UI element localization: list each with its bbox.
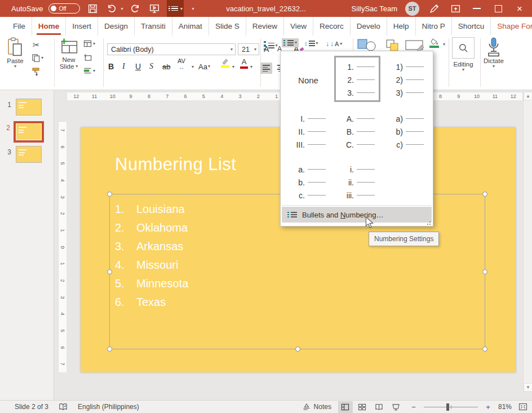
editing-button[interactable]: Editing ▾ — [452, 37, 475, 72]
scroll-down-button[interactable]: ▼ — [524, 383, 532, 392]
inking-button[interactable] — [427, 2, 441, 15]
customize-qat-button[interactable]: ▾ — [192, 6, 194, 11]
tab-insert[interactable]: Insert — [66, 17, 98, 35]
menu-resize-grip[interactable] — [426, 220, 431, 225]
font-size-combo[interactable]: 21▾ — [238, 43, 259, 55]
list-item[interactable]: 5. Minnesota — [115, 274, 188, 293]
tab-file[interactable]: File — [7, 17, 32, 35]
tab-view[interactable]: View — [284, 17, 313, 35]
italic-button[interactable]: I — [122, 60, 125, 73]
line-spacing-button[interactable]: ↕ ▾ — [304, 40, 318, 47]
numbering-option-roman-lower[interactable]: i. ii. iii. — [334, 158, 380, 205]
redo-button[interactable] — [128, 2, 142, 15]
bullets-and-numbering-item[interactable]: Bullets and Numbering… — [282, 207, 432, 223]
font-name-combo[interactable]: Calibri (Body)▾ — [107, 43, 236, 55]
ribbon-display-button[interactable] — [449, 2, 462, 15]
cut-button[interactable]: ✂ — [33, 40, 40, 50]
resize-handle-bottom-mid[interactable] — [295, 347, 300, 352]
avatar[interactable]: ST — [405, 2, 419, 16]
tab-home[interactable]: Home — [32, 17, 66, 35]
save-button[interactable] — [86, 2, 99, 15]
undo-dropdown-caret[interactable]: ▾ — [121, 6, 123, 11]
underline-button[interactable]: U — [135, 60, 141, 73]
tab-nitro[interactable]: Nitro P — [416, 17, 452, 35]
numbering-option-alpha-lower[interactable]: a. b. c. — [285, 158, 331, 205]
copy-button[interactable]: ▾ — [32, 54, 43, 62]
tab-shortcuts[interactable]: Shortcu — [452, 17, 491, 35]
slideshow-view-button[interactable] — [389, 401, 404, 413]
numbering-option-alpha-upper[interactable]: A. B. C. — [334, 108, 380, 154]
text-direction-button[interactable]: ↓↓A ▾ — [326, 40, 342, 48]
zoom-slider[interactable] — [424, 401, 478, 413]
autosave-toggle[interactable]: Off — [48, 3, 80, 14]
section-button[interactable]: ▾ — [83, 67, 95, 74]
maximize-button[interactable] — [491, 2, 505, 15]
qat-numbering-button[interactable]: ▾ — [167, 0, 184, 17]
format-painter-button[interactable] — [32, 67, 41, 76]
slide-2-thumbnail[interactable] — [16, 123, 42, 140]
dictate-button[interactable]: Dictate ▾ — [484, 37, 504, 69]
thumbnail-slide-3[interactable]: 3 — [6, 146, 42, 163]
slide-1-thumbnail[interactable] — [16, 99, 42, 116]
tab-developer[interactable]: Develo — [351, 17, 387, 35]
numbering-option-1p-2p-3p[interactable]: 1) 2) 3) — [383, 56, 429, 102]
list-item[interactable]: 2. Oklahoma — [115, 219, 188, 237]
zoom-slider-knob[interactable] — [446, 403, 449, 411]
align-left-button[interactable] — [260, 63, 272, 74]
numbering-option-alpha-lower-paren[interactable]: a) b) c) — [383, 108, 429, 154]
thumbnail-slide-1[interactable]: 1 — [6, 99, 42, 116]
start-slideshow-button[interactable] — [148, 2, 161, 15]
tab-slideshow[interactable]: Slide S — [209, 17, 246, 35]
tab-design[interactable]: Design — [98, 17, 135, 35]
list-item[interactable]: 1. Louisiana — [115, 200, 188, 219]
list-item[interactable]: 6. Texas — [115, 293, 188, 312]
tab-review[interactable]: Review — [246, 17, 284, 35]
font-color-button[interactable]: A — [240, 58, 248, 70]
strikethrough-button[interactable]: ab — [162, 60, 170, 73]
tab-help[interactable]: Help — [387, 17, 416, 35]
zoom-level[interactable]: 81% — [498, 403, 512, 411]
paste-button[interactable]: Paste ▾ — [7, 37, 24, 69]
accessibility-checker-icon[interactable] — [59, 403, 68, 411]
language-label[interactable]: English (Philippines) — [78, 403, 139, 411]
tab-animations[interactable]: Animat — [172, 17, 209, 35]
resize-handle-top-left[interactable] — [107, 192, 112, 197]
tab-transitions[interactable]: Transiti — [135, 17, 172, 35]
new-slide-button[interactable]: New Slide▾ — [59, 37, 79, 70]
slide-sorter-view-button[interactable] — [355, 401, 370, 413]
close-button[interactable]: × — [513, 2, 526, 15]
numbered-list[interactable]: 1. Louisiana 2. Oklahoma 3. Arkansas 4. … — [115, 200, 188, 312]
shape-fill-button[interactable] — [429, 38, 439, 48]
undo-button[interactable] — [105, 2, 118, 15]
tab-record[interactable]: Recorc — [313, 17, 351, 35]
resize-handle-mid-left[interactable] — [107, 269, 112, 274]
minimize-button[interactable] — [470, 2, 484, 15]
reset-slide-button[interactable] — [83, 54, 92, 61]
numbering-option-roman-upper[interactable]: I. II. III. — [285, 108, 331, 154]
numbering-option-none[interactable]: None — [285, 56, 331, 102]
thumbnail-slide-2[interactable]: 2 — [5, 122, 42, 140]
scroll-up-button[interactable]: ▲ — [524, 92, 532, 100]
highlight-color-button[interactable] — [221, 58, 229, 70]
slide-title[interactable]: Numbering List — [115, 154, 236, 175]
resize-handle-mid-right[interactable] — [482, 269, 487, 274]
text-shadow-button[interactable]: S — [149, 60, 153, 73]
zoom-out-button[interactable]: − — [410, 403, 417, 411]
shapes-gallery-button[interactable] — [357, 39, 381, 51]
change-case-button[interactable]: Aa▾ — [198, 60, 210, 73]
bold-button[interactable]: B — [108, 60, 114, 73]
normal-view-button[interactable] — [338, 401, 353, 413]
slide-3-thumbnail[interactable] — [16, 146, 42, 163]
numbering-option-1-2-3[interactable]: 1. 2. 3. — [334, 56, 380, 102]
layout-button[interactable]: ▾ — [83, 40, 95, 47]
bullets-button[interactable]: ▾ — [264, 40, 278, 51]
character-spacing-button[interactable]: AV↔ — [178, 58, 185, 70]
fit-to-window-icon[interactable] — [518, 403, 527, 411]
account-name[interactable]: SillySac Team — [352, 5, 397, 13]
vertical-scrollbar[interactable]: ▲ ▼ — [523, 92, 532, 392]
list-item[interactable]: 4. Missouri — [115, 256, 188, 274]
list-item[interactable]: 3. Arkansas — [115, 237, 188, 256]
notes-toggle[interactable]: Notes — [303, 403, 331, 411]
resize-handle-bottom-right[interactable] — [482, 347, 487, 352]
reading-view-button[interactable] — [372, 401, 387, 413]
